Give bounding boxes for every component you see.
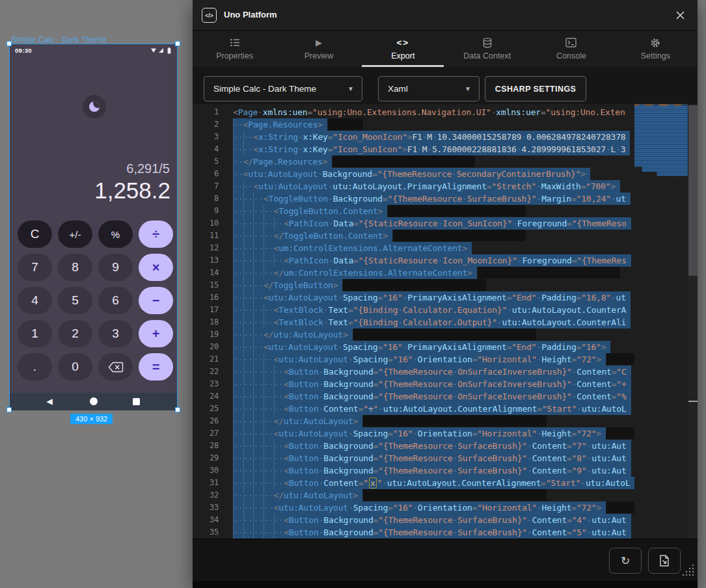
editor-minimap[interactable] xyxy=(634,104,688,539)
line-number: 29 xyxy=(193,452,219,464)
csharp-settings-button[interactable]: CSHARP SETTINGS xyxy=(485,76,586,101)
code-line-5[interactable]: 5··</Page.Resources> xyxy=(193,155,634,168)
code-line-13[interactable]: 13··········<PathIcon·Data="{StaticResou… xyxy=(193,254,634,267)
code-line-9[interactable]: 9········<ToggleButton.Content> xyxy=(193,205,634,217)
code-line-29[interactable]: 29··········<Button·Background="{ThemeRe… xyxy=(193,452,634,464)
tab-label: Console xyxy=(556,51,586,60)
selection-handle-bottom-right[interactable] xyxy=(175,407,180,412)
code-line-8[interactable]: 8······<ToggleButton·Background="{ThemeR… xyxy=(193,193,634,205)
selection-handle-bottom-left[interactable] xyxy=(7,407,12,412)
line-number: 9 xyxy=(193,205,219,217)
close-icon[interactable] xyxy=(673,8,686,21)
tab-properties[interactable]: Properties xyxy=(193,31,277,67)
code-line-2[interactable]: 2··<Page.Resources> xyxy=(193,118,634,131)
code-line-14[interactable]: 14········</um:ControlExtensions.Alterna… xyxy=(193,267,634,279)
calc-key-.[interactable]: . xyxy=(18,353,52,381)
line-number: 21 xyxy=(193,353,219,366)
calc-key-1[interactable]: 1 xyxy=(18,320,52,347)
calc-key-4[interactable]: 4 xyxy=(18,287,52,314)
tab-export[interactable]: <>Export xyxy=(361,31,445,67)
refresh-button[interactable]: ↻ xyxy=(609,548,642,574)
selection-tail-box xyxy=(393,230,525,241)
code-line-26[interactable]: 26········</utu:AutoLayout> xyxy=(193,415,634,427)
code-line-10[interactable]: 10··········<PathIcon·Data="{StaticResou… xyxy=(193,217,634,230)
calc-key-5[interactable]: 5 xyxy=(58,287,92,314)
code-line-7[interactable]: 7····<utu:AutoLayout·utu:AutoLayout.Prim… xyxy=(193,180,634,193)
editor-scrollbar[interactable] xyxy=(688,104,698,539)
code-line-27[interactable]: 27········<utu:AutoLayout·Spacing="16"·O… xyxy=(193,427,634,440)
code-editor[interactable]: 1<Page·xmlns:uen="using:Uno.Extensions.N… xyxy=(193,104,634,539)
code-line-19[interactable]: 19······</utu:AutoLayout> xyxy=(193,328,634,341)
calc-key-2[interactable]: 2 xyxy=(58,320,92,347)
code-line-17[interactable]: 17········<TextBlock·Text="{Binding·Calc… xyxy=(193,304,634,316)
code-line-6[interactable]: 6··<utu:AutoLayout·Background="{ThemeRes… xyxy=(193,168,634,180)
selection-handle-top-right[interactable] xyxy=(175,41,180,46)
line-number: 30 xyxy=(193,464,219,477)
code-line-1[interactable]: 1<Page·xmlns:uen="using:Uno.Extensions.N… xyxy=(193,106,634,118)
selection-handle-top-left[interactable] xyxy=(7,41,12,46)
frame-title-label[interactable]: Simple Calc - Dark Theme xyxy=(11,35,106,44)
android-nav-bar: ◀ xyxy=(10,393,177,410)
code-line-20[interactable]: 20······<utu:AutoLayout·Spacing="16"·Pri… xyxy=(193,341,634,353)
code-line-33[interactable]: 33········<utu:AutoLayout·Spacing="16"·O… xyxy=(193,501,634,514)
tab-preview[interactable]: ▶Preview xyxy=(277,31,360,67)
scrollbar-thumb[interactable] xyxy=(688,105,698,276)
calc-key-C[interactable]: C xyxy=(18,220,52,248)
calc-key-+/-[interactable]: +/- xyxy=(58,220,92,248)
nav-back-icon[interactable]: ◀ xyxy=(47,397,53,406)
tab-console[interactable]: Console xyxy=(529,31,613,67)
calc-key-7[interactable]: 7 xyxy=(18,254,52,281)
line-number: 7 xyxy=(193,180,219,193)
tab-data-context[interactable]: Data Context xyxy=(445,31,529,67)
code-line-34[interactable]: 34··········<Button·Background="{ThemeRe… xyxy=(193,514,634,526)
calc-key-6[interactable]: 6 xyxy=(98,287,133,314)
calc-key-%[interactable]: % xyxy=(98,220,133,248)
selection-tail-box xyxy=(606,353,634,365)
calc-key-+[interactable]: + xyxy=(139,320,173,347)
resize-grip[interactable] xyxy=(680,564,694,576)
scene-select[interactable]: Simple Calc - Dark Theme ▼ xyxy=(204,76,362,101)
tab-settings[interactable]: Settings xyxy=(614,31,698,67)
calc-key-×[interactable]: × xyxy=(139,254,173,281)
format-select[interactable]: Xaml ▼ xyxy=(378,76,480,101)
code-line-28[interactable]: 28··········<Button·Background="{ThemeRe… xyxy=(193,440,634,452)
code-line-30[interactable]: 30··········<Button·Background="{ThemeRe… xyxy=(193,464,634,477)
calc-key-8[interactable]: 8 xyxy=(58,254,92,281)
selection-tail-box xyxy=(388,205,525,217)
theme-toggle-button[interactable] xyxy=(83,95,106,118)
nav-home-icon[interactable] xyxy=(90,397,98,405)
line-number: 23 xyxy=(193,378,219,390)
line-number: 12 xyxy=(193,242,219,254)
code-line-15[interactable]: 15······</ToggleButton> xyxy=(193,279,634,291)
calc-key-=[interactable]: = xyxy=(139,353,173,381)
calc-key-0[interactable]: 0 xyxy=(58,353,92,381)
code-line-18[interactable]: 18········<TextBlock·Text="{Binding·Calc… xyxy=(193,316,634,328)
calc-key-backspace[interactable] xyxy=(98,353,133,381)
code-line-21[interactable]: 21········<utu:AutoLayout·Spacing="16"·O… xyxy=(193,353,634,366)
window-header: </> Uno Platform xyxy=(193,0,698,31)
code-line-32[interactable]: 32········</utu:AutoLayout> xyxy=(193,489,634,501)
export-file-button[interactable] xyxy=(648,548,681,574)
code-line-23[interactable]: 23··········<Button·Background="{ThemeRe… xyxy=(193,378,634,390)
nav-recents-icon[interactable] xyxy=(133,398,140,405)
code-line-24[interactable]: 24··········<Button·Background="{ThemeRe… xyxy=(193,390,634,403)
phone-frame[interactable]: 09:30 6,291/5 1,258.2 C+/-%÷789×456−123+… xyxy=(9,44,178,410)
calc-key-−[interactable]: − xyxy=(139,287,173,314)
code-line-22[interactable]: 22··········<Button·Background="{ThemeRe… xyxy=(193,366,634,378)
code-line-11[interactable]: 11········</ToggleButton.Content> xyxy=(193,230,634,242)
code-line-31[interactable]: 31··········<Button·Content="x"·utu:Auto… xyxy=(193,477,634,489)
code-line-3[interactable]: 3····<x:String·x:Key="Icon_MoonIcon">F1·… xyxy=(193,131,634,143)
window-title: Uno Platform xyxy=(224,10,277,20)
calc-key-3[interactable]: 3 xyxy=(98,320,133,347)
calc-key-÷[interactable]: ÷ xyxy=(139,220,173,248)
code-line-35[interactable]: 35··········<Button·Background="{ThemeRe… xyxy=(193,526,634,539)
line-number: 28 xyxy=(193,440,219,452)
line-number: 34 xyxy=(193,514,219,526)
code-line-12[interactable]: 12········<um:ControlExtensions.Alternat… xyxy=(193,242,634,254)
code-line-25[interactable]: 25··········<Button·Content="÷"·utu:Auto… xyxy=(193,403,634,415)
line-number: 8 xyxy=(193,193,219,205)
calc-key-9[interactable]: 9 xyxy=(98,254,133,281)
code-line-16[interactable]: 16······<utu:AutoLayout·Spacing="16"·Pri… xyxy=(193,291,634,304)
export-file-icon xyxy=(659,555,670,567)
code-line-4[interactable]: 4····<x:String·x:Key="Icon_SunIcon">F1·M… xyxy=(193,143,634,155)
